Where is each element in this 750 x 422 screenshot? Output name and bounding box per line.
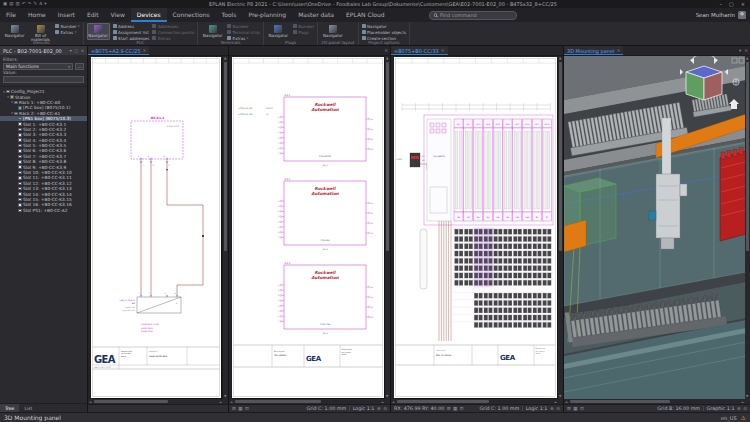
scroll-thumb[interactable]: [397, 400, 489, 403]
filter-select[interactable]: Main functions ▾: [3, 63, 73, 70]
navigator-button[interactable]: Navigator: [267, 23, 290, 40]
vertical-scrollbar[interactable]: ▲▼: [745, 56, 750, 399]
project-icon[interactable]: ▣: [3, 0, 7, 8]
ribbon-tab-eplan-cloud[interactable]: EPLAN Cloud: [340, 8, 391, 22]
warning-icon[interactable]: ⚠: [741, 414, 746, 421]
minimize-button[interactable]: –: [720, 0, 723, 8]
doc-statusbar-4: ⊞ ▦ ⊡ Grid B: 16.00 mm Graphic 1:1 ⊕ ⊖: [564, 404, 750, 412]
horizontal-scrollbar[interactable]: ◄►: [391, 399, 558, 404]
navigator-button[interactable]: Navigator: [3, 23, 26, 40]
doc-tab-4[interactable]: 3D Mounting panel ×: [564, 46, 623, 55]
edit-icon[interactable]: ✎: [33, 0, 37, 8]
address-button[interactable]: Address: [113, 24, 150, 29]
ribbon-tab-file[interactable]: File: [0, 8, 22, 22]
vertical-scrollbar[interactable]: ▲▼: [223, 56, 228, 399]
save-icon[interactable]: ▥: [16, 0, 20, 8]
frame-icon[interactable]: ⊡: [245, 405, 249, 413]
ribbon-tab-edit[interactable]: Edit: [81, 8, 105, 22]
vertical-scrollbar[interactable]: ▲▼: [558, 56, 563, 399]
zoom-out-icon[interactable]: ⊖: [383, 405, 387, 413]
connection-points-button[interactable]: Connection points: [152, 30, 194, 35]
vertical-scrollbar[interactable]: ▲▼: [385, 56, 390, 399]
language-indicator[interactable]: en_US: [721, 415, 737, 421]
cells-icon[interactable]: ▦: [573, 405, 577, 413]
ribbon-tab-tools[interactable]: Tools: [216, 8, 243, 22]
doc-tab-1[interactable]: =B075+A2.9-CC/25 ×: [88, 46, 149, 55]
doc-tab-3[interactable]: =B075+B0-CC/33 ×: [391, 46, 448, 55]
cells-icon[interactable]: ▦: [453, 405, 457, 413]
horizontal-scrollbar[interactable]: ◄►: [229, 399, 385, 404]
grid-icon[interactable]: ⊞: [232, 405, 236, 413]
schematic-canvas-3[interactable]: X1 X2 +PN1: [391, 56, 563, 404]
maximize-button[interactable]: ▢: [729, 0, 734, 8]
3d-viewport[interactable]: ▲▼ ◄►: [564, 56, 750, 404]
scroll-thumb[interactable]: [235, 400, 321, 403]
scroll-thumb[interactable]: [386, 62, 389, 251]
navigator-button[interactable]: Navigator: [87, 23, 110, 40]
extras-button[interactable]: Extras: [152, 36, 194, 41]
navigator-button[interactable]: Navigator: [362, 24, 407, 29]
tab-close-icon[interactable]: ×: [617, 48, 621, 53]
schematic-canvas-2[interactable]: +CTRL-X1 3X1 24VDC +CTRL-X1 3X2 0V Rockw…: [229, 56, 390, 404]
zoom-in-icon[interactable]: ⊕: [737, 405, 741, 413]
grid-icon[interactable]: ⊞: [447, 405, 451, 413]
zoom-in-icon[interactable]: ⊕: [550, 405, 554, 413]
scroll-thumb[interactable]: [559, 62, 562, 251]
close-button[interactable]: ×: [741, 0, 745, 8]
tab-list[interactable]: List: [19, 404, 37, 412]
panel-close-icon[interactable]: ×: [81, 48, 84, 53]
filter-browse-button[interactable]: …: [75, 63, 84, 70]
tree-item[interactable]: Slot PS1: +B0-CC-A2: [0, 208, 87, 213]
extras-button[interactable]: Extras▾: [55, 30, 80, 35]
panel-float-icon[interactable]: ▢: [74, 48, 78, 53]
ribbon-tab-home[interactable]: Home: [22, 8, 52, 22]
command-search-box[interactable]: Find command: [429, 11, 517, 20]
scroll-thumb[interactable]: [224, 62, 227, 251]
ribbon-tab-pre-planning[interactable]: Pre-planning: [242, 8, 292, 22]
addresses-button[interactable]: Addresses: [152, 24, 194, 29]
number-button[interactable]: Number: [293, 24, 315, 29]
tab-close-icon[interactable]: ×: [384, 48, 388, 53]
ribbon-tab-master-data[interactable]: Master data: [292, 8, 340, 22]
pan-icon[interactable]: [733, 79, 739, 85]
ribbon-tab-devices[interactable]: Devices: [131, 8, 167, 22]
navigator-button[interactable]: Navigator: [321, 23, 344, 40]
value-input[interactable]: [3, 76, 84, 83]
frame-icon[interactable]: ⊡: [460, 405, 464, 413]
cells-icon[interactable]: ▦: [238, 405, 242, 413]
schematic-canvas-1[interactable]: -B0-K1.2 2-CW0.0702 1 2 4 L+: [88, 56, 228, 404]
navigator-icon: [11, 25, 19, 33]
tab-tree[interactable]: Tree: [0, 404, 19, 412]
grid-icon[interactable]: ⊞: [567, 405, 571, 413]
number-button[interactable]: Number▾: [55, 24, 80, 29]
text-icon[interactable]: A: [39, 0, 42, 8]
user-account[interactable]: Sean Mulharin: [696, 8, 750, 22]
navigator-button[interactable]: Navigator: [201, 23, 224, 40]
redo-icon[interactable]: ↷: [28, 0, 32, 8]
zoom-out-icon[interactable]: ⊖: [743, 405, 747, 413]
plugs-button[interactable]: Plugs: [293, 30, 315, 35]
scroll-thumb[interactable]: [746, 62, 749, 251]
group-close-icon[interactable]: ×: [744, 48, 748, 53]
ribbon-tab-insert[interactable]: Insert: [52, 8, 81, 22]
zoom-in-icon[interactable]: ⊕: [377, 405, 381, 413]
open-icon[interactable]: ▤: [9, 0, 13, 8]
tab-close-icon[interactable]: ×: [143, 48, 147, 53]
tab-menu-icon[interactable]: ▾: [739, 48, 741, 53]
ribbon-tab-connections[interactable]: Connections: [167, 8, 216, 22]
terminal-strip-button[interactable]: Terminal strip: [227, 30, 260, 35]
horizontal-scrollbar[interactable]: ◄►: [564, 399, 745, 404]
tab-close-icon[interactable]: ×: [441, 48, 445, 53]
scroll-thumb[interactable]: [570, 400, 670, 403]
zoom-out-icon[interactable]: ⊖: [556, 405, 560, 413]
horizontal-scrollbar[interactable]: ◄►: [88, 399, 223, 404]
panel-menu-icon[interactable]: ▾: [70, 48, 72, 53]
assignment-list-button[interactable]: Assignment list: [113, 30, 150, 35]
scroll-thumb[interactable]: [94, 400, 168, 403]
bill-of-materials-button[interactable]: Bill of materials: [29, 23, 52, 40]
undo-icon[interactable]: ↶: [22, 0, 26, 8]
frame-icon[interactable]: ⊡: [580, 405, 584, 413]
placeholder-objects-button[interactable]: Placeholder objects: [362, 30, 407, 35]
ribbon-tab-view[interactable]: View: [105, 8, 131, 22]
number-button[interactable]: Number: [227, 24, 260, 29]
